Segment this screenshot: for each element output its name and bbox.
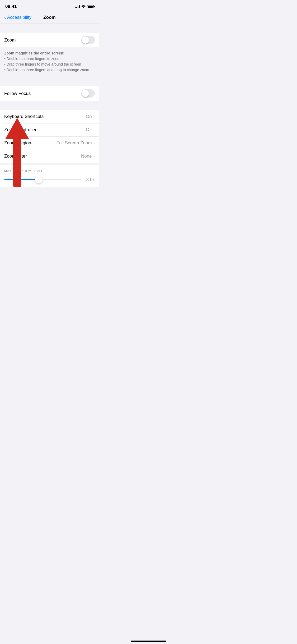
signal-icon bbox=[75, 5, 80, 8]
zoom-controller-value: Off bbox=[86, 127, 92, 132]
battery-icon bbox=[87, 5, 94, 8]
zoom-toggle-thumb bbox=[82, 36, 89, 44]
keyboard-shortcuts-chevron-icon: › bbox=[93, 114, 95, 119]
svg-rect-0 bbox=[13, 134, 21, 187]
zoom-group: Zoom bbox=[0, 33, 99, 47]
follow-focus-row: Follow Focus bbox=[0, 86, 99, 101]
zoom-region-right: Full Screen Zoom › bbox=[56, 140, 95, 146]
follow-focus-toggle[interactable] bbox=[81, 89, 95, 98]
svg-marker-1 bbox=[5, 118, 29, 139]
status-icons bbox=[75, 4, 94, 9]
back-button[interactable]: ‹ Accessibility bbox=[4, 15, 31, 20]
spacer-1 bbox=[0, 24, 99, 33]
navigation-bar: ‹ Accessibility Zoom bbox=[0, 12, 99, 23]
status-bar: 09:41 bbox=[0, 0, 99, 12]
arrow-annotation bbox=[5, 118, 29, 195]
back-label: Accessibility bbox=[7, 15, 32, 20]
zoom-row: Zoom bbox=[0, 33, 99, 47]
follow-focus-toggle-thumb bbox=[82, 90, 89, 97]
status-time: 09:41 bbox=[5, 4, 17, 9]
zoom-description: Zoom magnifies the entire screen: • Doub… bbox=[0, 47, 99, 77]
zoom-filter-chevron-icon: › bbox=[93, 154, 95, 159]
page-title: Zoom bbox=[43, 15, 55, 20]
zoom-description-text: Zoom magnifies the entire screen: • Doub… bbox=[4, 50, 95, 73]
wifi-icon bbox=[81, 4, 86, 9]
bottom-spacer bbox=[0, 187, 99, 266]
content-area: Zoom Zoom magnifies the entire screen: •… bbox=[0, 24, 99, 266]
follow-focus-label: Follow Focus bbox=[4, 91, 31, 96]
zoom-region-chevron-icon: › bbox=[93, 141, 95, 145]
slider-thumb[interactable] bbox=[35, 176, 43, 183]
slider-value: 8.0x bbox=[84, 177, 95, 182]
zoom-controller-chevron-icon: › bbox=[93, 127, 95, 132]
keyboard-shortcuts-right: On › bbox=[86, 114, 95, 119]
zoom-toggle[interactable] bbox=[81, 36, 95, 44]
zoom-region-value: Full Screen Zoom bbox=[56, 140, 92, 146]
zoom-controller-right: Off › bbox=[86, 127, 95, 132]
spacer-2 bbox=[0, 77, 99, 86]
keyboard-shortcuts-value: On bbox=[86, 114, 92, 119]
zoom-filter-right: None › bbox=[81, 154, 95, 159]
back-chevron-icon: ‹ bbox=[4, 14, 6, 20]
follow-focus-group: Follow Focus bbox=[0, 86, 99, 101]
zoom-filter-value: None bbox=[81, 154, 92, 159]
zoom-label: Zoom bbox=[4, 38, 16, 43]
spacer-3 bbox=[0, 101, 99, 110]
